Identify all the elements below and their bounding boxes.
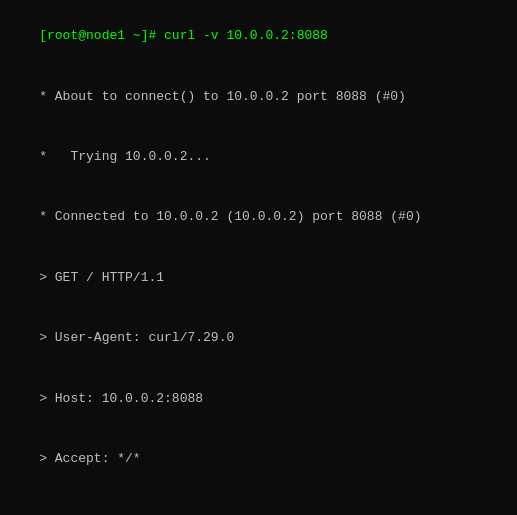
request-text: > User-Agent: curl/7.29.0 (39, 330, 234, 345)
prompt-label: [root@node1 ~]# curl -v 10.0.0.2:8088 (39, 28, 328, 43)
terminal-line: [root@node1 ~]# curl -v 10.0.0.2:8088 (8, 6, 509, 66)
terminal-window: [root@node1 ~]# curl -v 10.0.0.2:8088 * … (0, 0, 517, 515)
terminal-line: > GET / HTTP/1.1 (8, 248, 509, 308)
terminal-line: * Trying 10.0.0.2... (8, 127, 509, 187)
info-text: * About to connect() to 10.0.0.2 port 80… (39, 89, 406, 104)
request-text: > Host: 10.0.0.2:8088 (39, 391, 203, 406)
terminal-line: > (8, 489, 509, 515)
request-text: > GET / HTTP/1.1 (39, 270, 164, 285)
info-text: * Trying 10.0.0.2... (39, 149, 211, 164)
terminal-line: > Accept: */* (8, 429, 509, 489)
request-text: > Accept: */* (39, 451, 140, 466)
terminal-line: * About to connect() to 10.0.0.2 port 80… (8, 66, 509, 126)
terminal-line: > Host: 10.0.0.2:8088 (8, 369, 509, 429)
terminal-line: > User-Agent: curl/7.29.0 (8, 308, 509, 368)
request-text: > (39, 512, 47, 515)
terminal-line: * Connected to 10.0.0.2 (10.0.0.2) port … (8, 187, 509, 247)
info-text: * Connected to 10.0.0.2 (10.0.0.2) port … (39, 209, 421, 224)
